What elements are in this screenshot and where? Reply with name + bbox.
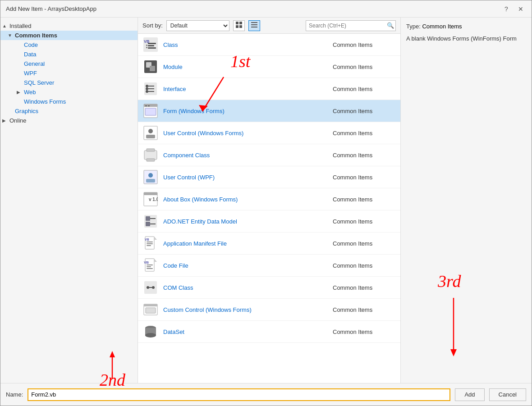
tree-item-web[interactable]: ▶Web [0,87,138,97]
list-item-class[interactable]: VB Class Common Items [138,34,400,56]
svg-rect-56 [147,265,153,265]
close-button[interactable]: ✕ [515,4,526,14]
list-item-about-box[interactable]: v 1.0 About Box (Windows Forms) Common I… [138,188,400,210]
right-panel: Type: Common Items A blank Windows Forms… [401,18,532,383]
list-item-interface[interactable]: Interface Common Items [138,78,400,100]
list-item-ado-net[interactable]: ADO.NET Entity Data Model Common Items [138,210,400,233]
svg-rect-13 [148,47,156,49]
add-button[interactable]: Add [455,388,484,401]
svg-point-20 [146,85,148,87]
tree-item-data[interactable]: Data [0,50,138,59]
list-item-user-control-winforms[interactable]: User Control (Windows Forms) Common Item… [138,122,400,144]
svg-marker-54 [154,259,157,262]
tree-item-windows-forms[interactable]: Windows Forms [0,97,138,106]
svg-rect-3 [239,25,242,28]
list-item-module[interactable]: Module Common Items [138,56,400,78]
svg-point-30 [148,129,153,133]
tree-item-general[interactable]: General [0,59,138,68]
item-icon-form-winforms [142,103,159,119]
item-name-dataset: DataSet [163,328,328,335]
name-label: Name: [6,391,23,398]
item-icon-dataset [142,324,159,340]
item-icon-app-manifest: VB [142,235,159,251]
tree-label: Web [24,89,36,96]
svg-rect-32 [144,151,157,160]
grid-view-btn[interactable] [233,20,245,31]
item-icon-code-file: VB [142,257,159,274]
svg-rect-26 [145,105,147,106]
svg-rect-11 [146,45,147,46]
tree-label: Windows Forms [24,98,66,105]
main-content: ▲Installed▼Common ItemsCodeDataGeneralWP… [0,18,532,383]
tree-label: Graphics [15,108,38,114]
item-category-component-class: Common Items [333,152,396,159]
tree-label: General [24,60,45,67]
svg-rect-42 [146,216,150,221]
type-value: Common Items [422,23,462,30]
list-item-app-manifest[interactable]: VB Application Manifest File Common Item… [138,233,400,255]
svg-rect-10 [148,45,154,46]
item-category-class: Common Items [333,41,396,48]
item-category-form-winforms: Common Items [333,108,396,114]
tree-item-installed[interactable]: ▲Installed [0,21,138,31]
tree-item-graphics[interactable]: Graphics [0,106,138,116]
search-icon: 🔍 [387,22,394,29]
tree-label: Installed [9,23,31,29]
item-category-dataset: Common Items [333,328,396,335]
svg-rect-37 [146,179,155,182]
list-view-btn[interactable] [248,20,260,31]
svg-rect-64 [144,304,157,306]
list-item-custom-control[interactable]: Custom Control (Windows Forms) Common It… [138,299,400,321]
item-icon-ado-net [142,213,159,229]
search-input[interactable] [306,20,396,31]
item-icon-module [142,59,159,75]
list-item-user-control-wpf[interactable]: User Control (WPF) Common Items [138,166,400,188]
item-category-about-box: Common Items [333,196,396,203]
bottom-bar: Name: Add Cancel [0,383,532,406]
help-button[interactable]: ? [501,4,512,14]
item-name-class: Class [163,41,328,48]
left-panel: ▲Installed▼Common ItemsCodeDataGeneralWP… [0,18,138,383]
tree-label: Data [24,51,36,58]
svg-point-22 [146,90,148,93]
svg-rect-49 [147,242,153,242]
item-icon-custom-control [142,301,159,318]
list-item-com-class[interactable]: COM Class Common Items [138,277,400,299]
item-category-user-control-winforms: Common Items [333,130,396,137]
arrow-icon: ▶ [2,118,8,123]
item-icon-user-control-winforms [142,125,159,141]
svg-rect-4 [251,22,257,23]
item-category-com-class: Common Items [333,284,396,291]
list-item-code-file[interactable]: VB Code File Common Items [138,255,400,277]
type-prefix: Type: [406,23,421,30]
svg-rect-33 [147,149,155,151]
grid-icon [236,22,242,29]
item-icon-user-control-wpf [142,169,159,185]
tree-item-wpf[interactable]: WPF [0,68,138,78]
tree-label: Common Items [15,32,57,39]
svg-text:v 1.0: v 1.0 [149,197,158,202]
item-name-app-manifest: Application Manifest File [163,240,328,247]
tree-item-code[interactable]: Code [0,40,138,50]
list-item-dataset[interactable]: DataSet Common Items [138,321,400,343]
name-input[interactable] [28,388,450,401]
sort-dropdown[interactable]: Default Name Type [166,20,229,31]
svg-rect-31 [146,135,155,138]
svg-rect-39 [144,192,157,195]
items-toolbar: Sort by: Default Name Type [138,18,400,34]
svg-rect-27 [148,105,150,106]
tree-label: Code [24,41,38,48]
svg-point-18 [146,87,148,90]
dialog-title: Add New Item - ArraysDesktopApp [6,5,96,12]
cancel-button[interactable]: Cancel [489,388,526,401]
item-name-user-control-wpf: User Control (WPF) [163,174,328,181]
tree-label: WPF [24,70,37,77]
list-item-component-class[interactable]: Component Class Common Items [138,144,400,166]
svg-rect-50 [147,243,153,244]
svg-marker-47 [154,237,157,240]
tree-item-common-items[interactable]: ▼Common Items [0,31,138,40]
list-item-form-winforms[interactable]: Form (Windows Forms) Common Items [138,100,400,122]
tree-item-online[interactable]: ▶Online [0,116,138,125]
svg-rect-34 [147,159,155,161]
tree-item-sql-server[interactable]: SQL Server [0,78,138,87]
